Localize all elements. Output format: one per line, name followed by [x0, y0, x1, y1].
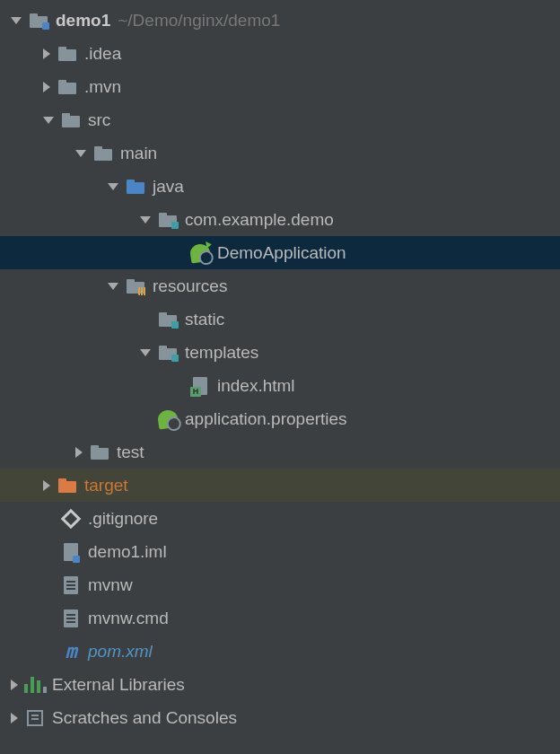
- chevron-right-icon[interactable]: [11, 679, 18, 690]
- arrow-spacer: [140, 314, 151, 325]
- libraries-icon: [25, 675, 45, 695]
- tree-item[interactable]: static: [0, 302, 560, 336]
- iml-file-icon: [61, 542, 81, 562]
- maven-pom-icon: m: [61, 642, 81, 662]
- arrow-spacer: [43, 547, 54, 557]
- tree-item[interactable]: mvnw.cmd: [0, 601, 560, 635]
- tree-item-label: pom.xml: [88, 642, 153, 662]
- arrow-spacer: [140, 414, 151, 425]
- tree-item-label: target: [84, 476, 128, 495]
- folder-icon: [57, 44, 77, 64]
- text-file-icon: [61, 575, 81, 595]
- folder-icon: [61, 110, 81, 130]
- tree-item-label: External Libraries: [52, 675, 185, 695]
- tree-item-label: index.html: [217, 376, 295, 396]
- arrow-spacer: [43, 646, 54, 657]
- tree-item[interactable]: com.example.demo: [0, 203, 560, 236]
- tree-item[interactable]: resources: [0, 269, 560, 302]
- arrow-spacer: [43, 580, 54, 591]
- tree-item[interactable]: test: [0, 435, 560, 469]
- arrow-spacer: [172, 381, 183, 391]
- tree-item[interactable]: application.properties: [0, 402, 560, 435]
- tree-item-hint: ~/Demo/nginx/demo1: [118, 11, 280, 31]
- chevron-down-icon[interactable]: [108, 283, 118, 290]
- tree-item-label: com.example.demo: [185, 210, 334, 230]
- tree-item[interactable]: demo1~/Demo/nginx/demo1: [0, 4, 560, 37]
- text-file-icon: [61, 609, 81, 628]
- tree-item[interactable]: Hindex.html: [0, 369, 560, 402]
- tree-item-label: main: [120, 144, 157, 163]
- spring-boot-app-icon: [190, 243, 210, 263]
- module-folder-icon: [29, 11, 48, 31]
- chevron-down-icon[interactable]: [11, 17, 22, 24]
- tree-item-label: DemoApplication: [217, 243, 346, 263]
- tree-item-label: java: [153, 177, 184, 197]
- tree-item[interactable]: .mvn: [0, 70, 560, 103]
- tree-item-label: application.properties: [185, 409, 347, 429]
- chevron-right-icon[interactable]: [43, 48, 50, 59]
- project-tree[interactable]: demo1~/Demo/nginx/demo1.idea.mvnsrcmainj…: [0, 4, 560, 734]
- tree-item[interactable]: mvnw: [0, 568, 560, 601]
- tree-item-label: templates: [185, 343, 258, 363]
- chevron-right-icon[interactable]: [75, 447, 83, 458]
- tree-item-label: .idea: [84, 44, 121, 64]
- tree-item-label: demo1.iml: [88, 542, 167, 562]
- tree-item[interactable]: External Libraries: [0, 668, 560, 701]
- gitignore-icon: [61, 509, 81, 529]
- tree-item-label: mvnw.cmd: [88, 609, 169, 628]
- package-icon: [158, 310, 178, 329]
- folder-icon: [90, 443, 109, 462]
- chevron-right-icon[interactable]: [43, 82, 50, 92]
- tree-item[interactable]: templates: [0, 336, 560, 369]
- tree-item[interactable]: demo1.iml: [0, 535, 560, 568]
- scratches-icon: [25, 708, 45, 728]
- chevron-right-icon[interactable]: [11, 713, 18, 723]
- tree-item[interactable]: mpom.xml: [0, 635, 560, 668]
- tree-item[interactable]: Scratches and Consoles: [0, 701, 560, 734]
- chevron-right-icon[interactable]: [43, 480, 50, 491]
- tree-item[interactable]: main: [0, 136, 560, 170]
- tree-item-label: .mvn: [84, 77, 121, 97]
- tree-item-label: static: [185, 310, 224, 329]
- tree-item-label: demo1: [56, 11, 110, 31]
- tree-item-label: test: [117, 443, 144, 462]
- tree-item-label: Scratches and Consoles: [52, 708, 237, 728]
- folder-icon: [93, 144, 113, 163]
- chevron-down-icon[interactable]: [43, 117, 54, 124]
- arrow-spacer: [43, 613, 54, 624]
- tree-item[interactable]: java: [0, 170, 560, 203]
- tree-item-label: resources: [153, 276, 227, 296]
- folder-icon: [57, 77, 77, 97]
- excluded-folder-icon: [57, 476, 77, 495]
- chevron-down-icon[interactable]: [75, 150, 86, 157]
- chevron-down-icon[interactable]: [140, 349, 151, 356]
- package-icon: [158, 343, 178, 363]
- tree-item[interactable]: .gitignore: [0, 502, 560, 535]
- arrow-spacer: [172, 248, 183, 259]
- chevron-down-icon[interactable]: [140, 216, 151, 224]
- tree-item[interactable]: .idea: [0, 37, 560, 70]
- tree-item[interactable]: DemoApplication: [0, 236, 560, 269]
- chevron-down-icon[interactable]: [108, 183, 118, 190]
- package-icon: [158, 210, 178, 230]
- arrow-spacer: [43, 513, 54, 524]
- tree-item[interactable]: target: [0, 469, 560, 502]
- tree-item[interactable]: src: [0, 103, 560, 136]
- spring-properties-icon: [158, 409, 178, 429]
- html-file-icon: H: [190, 376, 210, 396]
- resources-folder-icon: [126, 276, 145, 296]
- tree-item-label: .gitignore: [88, 509, 158, 529]
- tree-item-label: mvnw: [88, 575, 133, 595]
- tree-item-label: src: [88, 110, 110, 130]
- source-folder-icon: [126, 177, 145, 197]
